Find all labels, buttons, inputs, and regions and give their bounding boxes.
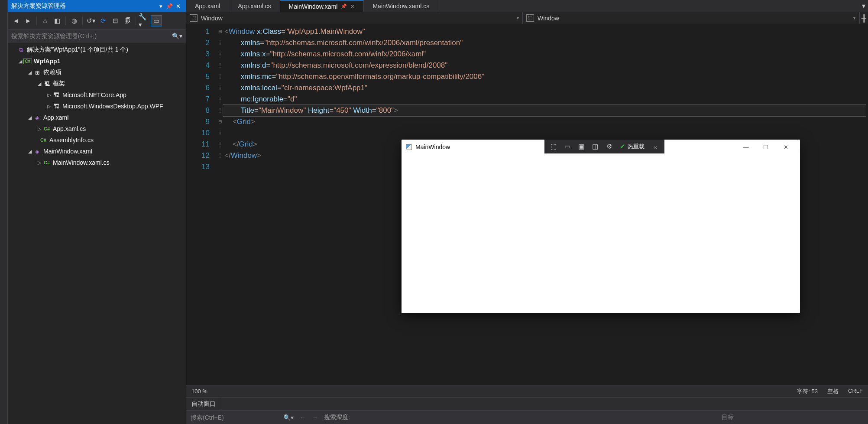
expand-icon[interactable]: ◢ (17, 59, 23, 64)
tool-window-tabs: 自动窗口 (186, 397, 868, 410)
solution-explorer-header[interactable]: 解决方案资源管理器 ▾ 📌 ✕ (8, 0, 186, 12)
tree-node-dependencies[interactable]: ◢ ⊞ 依赖项 (8, 67, 186, 78)
running-app-window[interactable]: MainWindow ⬚ ▭ ▣ ◫ ⚙ ✔ 热重载 « — ☐ ✕ (402, 140, 800, 313)
maximize-button[interactable]: ☐ (756, 140, 776, 154)
nav-scope-left[interactable]: ⬚ Window ▾ (186, 12, 523, 24)
tab-app-xaml-cs[interactable]: App.xaml.cs (229, 0, 280, 12)
forward-icon[interactable]: ► (23, 15, 34, 26)
tab-overflow-icon[interactable]: ▾ (859, 0, 868, 12)
tab-mainwindow-xaml[interactable]: MainWindow.xaml 📌 ✕ (280, 0, 364, 12)
app-title: MainWindow (415, 144, 450, 150)
cs-icon: C# (42, 160, 51, 165)
tree-node-appxamlcs[interactable]: ▷ C# App.xaml.cs (8, 123, 186, 134)
char-count: 字符: 53 (797, 388, 818, 395)
minimize-button[interactable]: — (736, 140, 756, 154)
collapse-toolbar-icon[interactable]: « (649, 140, 662, 153)
whitespace-mode[interactable]: 空格 (827, 388, 839, 395)
display-layout-icon[interactable]: ▣ (575, 140, 588, 153)
autos-tab[interactable]: 自动窗口 (186, 398, 221, 410)
line-ending[interactable]: CRLF (848, 388, 863, 395)
ln: 12 (186, 150, 210, 161)
pin-icon[interactable]: 📌 (341, 3, 347, 9)
expand-icon[interactable]: ◢ (27, 115, 33, 121)
fold-icon[interactable]: ⊟ (216, 116, 224, 127)
tree-label: 框架 (53, 80, 65, 88)
track-focus-icon[interactable]: ◫ (589, 140, 602, 153)
separator (82, 16, 83, 25)
tree-node-mainxaml[interactable]: ◢ ◈ MainWindow.xaml (8, 146, 186, 157)
hot-reload-button[interactable]: ✔ 热重载 (616, 143, 648, 150)
check-icon: ✔ (620, 143, 625, 150)
tree-label: WpfApp1 (34, 58, 60, 65)
fold-icon[interactable]: ⊟ (216, 26, 224, 37)
collapse-icon[interactable]: ⊟ (110, 15, 121, 26)
expand-icon[interactable]: ▷ (46, 92, 52, 98)
ln: 11 (186, 139, 210, 150)
options-icon[interactable]: ⚙ (602, 140, 615, 153)
tree-node-appxaml[interactable]: ◢ ◈ App.xaml (8, 112, 186, 123)
search-icon[interactable]: 🔍▾ (283, 414, 294, 421)
chevron-down-icon: ▾ (853, 16, 855, 20)
tree-node-assembly[interactable]: C# AssemblyInfo.cs (8, 134, 186, 146)
switch-view-icon[interactable]: ◧ (52, 15, 63, 26)
expand-icon[interactable]: ▷ (36, 160, 42, 166)
tab-app-xaml[interactable]: App.xaml (186, 0, 229, 12)
solution-explorer-toolbar: ◄ ► ⌂ ◧ ◍ ↺▾ ⟳ ⊟ 🗐 🔧▾ ▭ (8, 12, 186, 29)
expand-icon[interactable]: ▷ (36, 126, 42, 132)
split-icon[interactable]: ╫ (859, 12, 868, 24)
editor-area: App.xaml App.xaml.cs MainWindow.xaml 📌 ✕… (186, 0, 868, 424)
tree-node-project[interactable]: ◢ C# WpfApp1 (8, 55, 186, 67)
ln: 3 (186, 49, 210, 60)
xaml-icon: ◈ (33, 114, 42, 121)
live-visual-tree-icon[interactable]: ⬚ (547, 140, 560, 153)
nav-right-icon[interactable]: → (312, 414, 318, 421)
app-icon (406, 144, 412, 150)
select-element-icon[interactable]: ▭ (561, 140, 574, 153)
search-icon[interactable]: 🔍▾ (172, 33, 182, 39)
expand-icon[interactable]: ▷ (46, 104, 52, 109)
close-icon[interactable]: ✕ (174, 3, 182, 10)
tree-node-framework[interactable]: ◢ 🏗 框架 (8, 78, 186, 89)
app-titlebar[interactable]: MainWindow ⬚ ▭ ▣ ◫ ⚙ ✔ 热重载 « — ☐ ✕ (402, 140, 800, 154)
expand-icon[interactable]: ◢ (27, 149, 33, 154)
search-depth-label: 搜索深度: (324, 414, 350, 421)
tree-label: MainWindow.xaml.cs (53, 159, 110, 166)
nav-scope-right[interactable]: ⬚ Window ▾ (523, 12, 859, 24)
pending-changes-icon[interactable]: ◍ (68, 15, 80, 26)
home-icon[interactable]: ⌂ (39, 15, 51, 26)
tree-node-mainxamlcs[interactable]: ▷ C# MainWindow.xaml.cs (8, 157, 186, 168)
ln: 6 (186, 82, 210, 94)
close-icon[interactable]: ✕ (350, 3, 355, 10)
tab-label: App.xaml (195, 3, 220, 10)
hot-reload-label: 热重载 (628, 143, 645, 150)
cs-icon: C# (42, 126, 51, 131)
solution-explorer-search[interactable]: 🔍▾ (8, 29, 186, 42)
solution-explorer-panel: 解决方案资源管理器 ▾ 📌 ✕ ◄ ► ⌂ ◧ ◍ ↺▾ ⟳ ⊟ 🗐 🔧▾ ▭ … (8, 0, 186, 424)
preview-icon[interactable]: ▭ (151, 15, 162, 26)
search-input[interactable] (11, 33, 169, 39)
bottom-search-input[interactable] (191, 414, 277, 421)
tab-mainwindow-xaml-cs[interactable]: MainWindow.xaml.cs (364, 0, 438, 12)
back-icon[interactable]: ◄ (10, 15, 22, 26)
properties-icon[interactable]: 🔧▾ (139, 15, 150, 26)
tree-label: Microsoft.NETCore.App (62, 91, 126, 98)
solution-icon: ⧉ (16, 46, 25, 53)
close-button[interactable]: ✕ (776, 140, 796, 154)
app-client-area[interactable] (402, 154, 800, 313)
zoom-level[interactable]: 100 % (191, 388, 207, 395)
nav-left-icon[interactable]: ← (300, 414, 306, 421)
expand-icon[interactable]: ◢ (27, 70, 33, 75)
refresh-icon[interactable]: ⟳ (97, 15, 109, 26)
fold-column: ⊟ ┊┊┊┊┊┊┊ ⊟ ┊┊┊ (216, 24, 224, 385)
sync-icon[interactable]: ↺▾ (85, 15, 97, 26)
tree-node-solution[interactable]: ⧉ 解决方案"WpfApp1"(1 个项目/共 1 个) (8, 44, 186, 55)
pin-icon[interactable]: 📌 (165, 3, 174, 10)
ln: 5 (186, 71, 210, 82)
tree-node-netcore[interactable]: ▷ 🏗 Microsoft.NETCore.App (8, 89, 186, 101)
xaml-icon: ◈ (33, 148, 42, 155)
tree-node-wpfdesktop[interactable]: ▷ 🏗 Microsoft.WindowsDesktop.App.WPF (8, 101, 186, 112)
dropdown-icon[interactable]: ▾ (156, 3, 165, 10)
show-all-icon[interactable]: 🗐 (122, 15, 133, 26)
tree-label: App.xaml.cs (53, 125, 86, 132)
expand-icon[interactable]: ◢ (36, 81, 42, 87)
